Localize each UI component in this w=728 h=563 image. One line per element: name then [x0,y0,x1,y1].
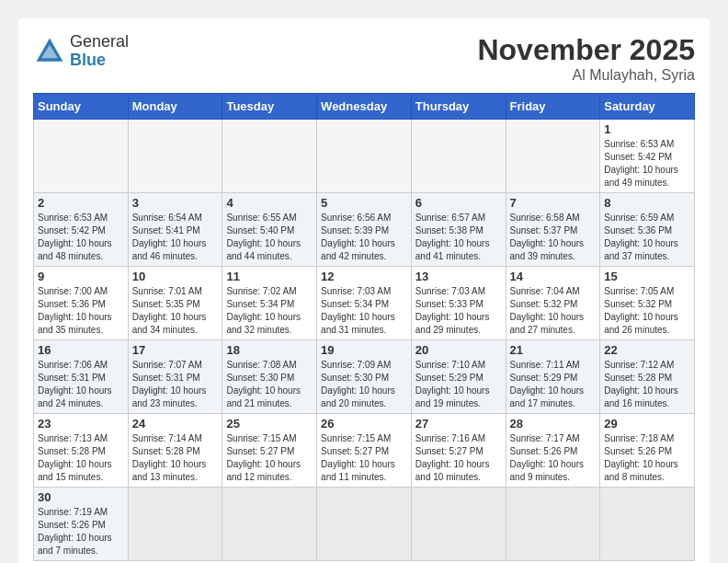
calendar-cell: 3Sunrise: 6:54 AM Sunset: 5:41 PM Daylig… [128,193,222,267]
day-info: Sunrise: 7:06 AM Sunset: 5:31 PM Dayligh… [38,359,124,410]
calendar-cell: 29Sunrise: 7:18 AM Sunset: 5:26 PM Dayli… [600,414,695,488]
calendar-cell: 13Sunrise: 7:03 AM Sunset: 5:33 PM Dayli… [411,267,506,340]
day-number: 10 [132,270,219,283]
day-number: 23 [38,417,124,431]
calendar-cell: 10Sunrise: 7:01 AM Sunset: 5:35 PM Dayli… [128,267,222,340]
day-info: Sunrise: 7:02 AM Sunset: 5:34 PM Dayligh… [226,285,313,337]
calendar-cell [506,120,600,193]
calendar-cell [317,120,412,193]
calendar-cell: 26Sunrise: 7:15 AM Sunset: 5:27 PM Dayli… [317,414,412,488]
day-info: Sunrise: 6:59 AM Sunset: 5:36 PM Dayligh… [604,212,690,263]
calendar-cell: 21Sunrise: 7:11 AM Sunset: 5:29 PM Dayli… [506,340,600,414]
day-number: 21 [510,343,597,357]
calendar-cell: 2Sunrise: 6:53 AM Sunset: 5:42 PM Daylig… [34,193,129,267]
weekday-header-sunday: Sunday [34,94,129,120]
day-info: Sunrise: 6:57 AM Sunset: 5:38 PM Dayligh… [415,212,502,263]
day-number: 25 [226,417,313,431]
logo: General Blue [33,33,129,70]
day-info: Sunrise: 7:00 AM Sunset: 5:36 PM Dayligh… [38,285,124,337]
calendar-cell: 6Sunrise: 6:57 AM Sunset: 5:38 PM Daylig… [411,193,506,267]
day-info: Sunrise: 7:13 AM Sunset: 5:28 PM Dayligh… [38,432,124,484]
day-number: 28 [510,417,597,431]
day-info: Sunrise: 6:55 AM Sunset: 5:40 PM Dayligh… [226,212,313,263]
day-number: 7 [510,196,597,210]
day-info: Sunrise: 6:53 AM Sunset: 5:42 PM Dayligh… [604,138,690,190]
day-info: Sunrise: 7:03 AM Sunset: 5:34 PM Dayligh… [321,285,407,337]
day-info: Sunrise: 7:03 AM Sunset: 5:33 PM Dayligh… [415,285,502,337]
title-area: November 2025 Al Mulayhah, Syria [477,33,695,84]
day-number: 12 [321,270,407,283]
day-number: 11 [226,270,313,283]
day-info: Sunrise: 7:07 AM Sunset: 5:31 PM Dayligh… [132,359,219,410]
day-number: 6 [415,196,502,210]
month-title: November 2025 [477,33,695,67]
calendar-cell: 20Sunrise: 7:10 AM Sunset: 5:29 PM Dayli… [411,340,506,414]
day-number: 16 [38,343,124,357]
day-number: 15 [604,270,690,283]
calendar-cell [506,488,600,561]
day-info: Sunrise: 7:11 AM Sunset: 5:29 PM Dayligh… [510,359,597,410]
calendar-cell: 17Sunrise: 7:07 AM Sunset: 5:31 PM Dayli… [128,340,222,414]
calendar-cell: 14Sunrise: 7:04 AM Sunset: 5:32 PM Dayli… [506,267,600,340]
day-number: 19 [321,343,407,357]
calendar-cell: 16Sunrise: 7:06 AM Sunset: 5:31 PM Dayli… [34,340,129,414]
calendar-cell: 11Sunrise: 7:02 AM Sunset: 5:34 PM Dayli… [222,267,317,340]
weekday-header-thursday: Thursday [411,94,506,120]
day-info: Sunrise: 7:15 AM Sunset: 5:27 PM Dayligh… [321,432,407,484]
calendar-cell: 8Sunrise: 6:59 AM Sunset: 5:36 PM Daylig… [600,193,695,267]
day-info: Sunrise: 6:58 AM Sunset: 5:37 PM Dayligh… [510,212,597,263]
calendar-week-row: 23Sunrise: 7:13 AM Sunset: 5:28 PM Dayli… [34,414,695,488]
weekday-header-friday: Friday [506,94,600,120]
day-info: Sunrise: 7:18 AM Sunset: 5:26 PM Dayligh… [604,432,690,484]
calendar-cell [128,120,222,193]
calendar-cell [222,120,317,193]
calendar-cell: 19Sunrise: 7:09 AM Sunset: 5:30 PM Dayli… [317,340,412,414]
logo-general-text: General [70,32,129,51]
day-info: Sunrise: 7:12 AM Sunset: 5:28 PM Dayligh… [604,359,690,410]
calendar-cell: 27Sunrise: 7:16 AM Sunset: 5:27 PM Dayli… [411,414,506,488]
day-info: Sunrise: 7:14 AM Sunset: 5:28 PM Dayligh… [132,432,219,484]
day-number: 14 [510,270,597,283]
day-info: Sunrise: 7:10 AM Sunset: 5:29 PM Dayligh… [415,359,502,410]
logo-icon [33,35,66,68]
day-info: Sunrise: 7:09 AM Sunset: 5:30 PM Dayligh… [321,359,407,410]
day-info: Sunrise: 7:01 AM Sunset: 5:35 PM Dayligh… [132,285,219,337]
calendar-cell: 1Sunrise: 6:53 AM Sunset: 5:42 PM Daylig… [600,120,695,193]
day-info: Sunrise: 7:04 AM Sunset: 5:32 PM Dayligh… [510,285,597,337]
calendar-week-row: 9Sunrise: 7:00 AM Sunset: 5:36 PM Daylig… [34,267,695,340]
calendar-cell [128,488,222,561]
day-number: 20 [415,343,502,357]
day-info: Sunrise: 6:54 AM Sunset: 5:41 PM Dayligh… [132,212,219,263]
calendar-cell: 12Sunrise: 7:03 AM Sunset: 5:34 PM Dayli… [317,267,412,340]
day-number: 13 [415,270,502,283]
day-info: Sunrise: 7:16 AM Sunset: 5:27 PM Dayligh… [415,432,502,484]
page: General Blue November 2025 Al Mulayhah, … [18,18,710,563]
calendar-cell [411,488,506,561]
day-number: 1 [604,122,690,136]
day-number: 24 [132,417,219,431]
day-info: Sunrise: 6:56 AM Sunset: 5:39 PM Dayligh… [321,212,407,263]
weekday-header-tuesday: Tuesday [222,94,317,120]
day-number: 8 [604,196,690,210]
location-title: Al Mulayhah, Syria [477,67,695,84]
calendar-cell: 28Sunrise: 7:17 AM Sunset: 5:26 PM Dayli… [506,414,600,488]
calendar-header-row: SundayMondayTuesdayWednesdayThursdayFrid… [34,94,695,120]
calendar-cell: 23Sunrise: 7:13 AM Sunset: 5:28 PM Dayli… [34,414,129,488]
day-info: Sunrise: 7:15 AM Sunset: 5:27 PM Dayligh… [226,432,313,484]
day-number: 4 [226,196,313,210]
calendar-cell: 30Sunrise: 7:19 AM Sunset: 5:26 PM Dayli… [34,488,129,561]
calendar-cell: 9Sunrise: 7:00 AM Sunset: 5:36 PM Daylig… [34,267,129,340]
calendar-cell: 22Sunrise: 7:12 AM Sunset: 5:28 PM Dayli… [600,340,695,414]
day-number: 5 [321,196,407,210]
calendar-cell: 18Sunrise: 7:08 AM Sunset: 5:30 PM Dayli… [222,340,317,414]
day-number: 26 [321,417,407,431]
calendar-week-row: 1Sunrise: 6:53 AM Sunset: 5:42 PM Daylig… [34,120,695,193]
day-info: Sunrise: 7:17 AM Sunset: 5:26 PM Dayligh… [510,432,597,484]
logo-text: General Blue [70,33,129,70]
calendar-cell: 15Sunrise: 7:05 AM Sunset: 5:32 PM Dayli… [600,267,695,340]
calendar-cell: 4Sunrise: 6:55 AM Sunset: 5:40 PM Daylig… [222,193,317,267]
calendar-cell: 7Sunrise: 6:58 AM Sunset: 5:37 PM Daylig… [506,193,600,267]
weekday-header-monday: Monday [128,94,222,120]
day-number: 9 [38,270,124,283]
calendar-cell [411,120,506,193]
